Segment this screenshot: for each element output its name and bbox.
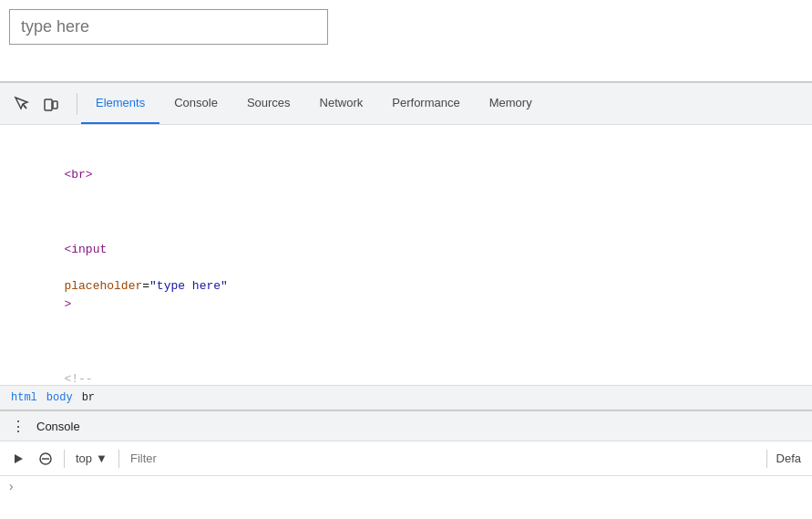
devtools-panel: Elements Console Sources Network Perform… <box>0 82 812 519</box>
dom-line-input[interactable]: <input placeholder="type here" > <box>0 203 812 333</box>
svg-rect-1 <box>45 99 52 110</box>
devtools-tabs: Elements Console Sources Network Perform… <box>81 83 547 124</box>
console-filter-input[interactable] <box>127 450 761 467</box>
breadcrumb-html[interactable]: html <box>7 389 41 406</box>
drawer-menu-button[interactable]: ⋮ <box>7 415 29 437</box>
execute-button[interactable] <box>7 448 29 470</box>
tab-performance[interactable]: Performance <box>377 83 474 124</box>
context-selector[interactable]: top ▼ <box>72 450 111 467</box>
console-toolbar-divider <box>64 450 65 468</box>
device-icon <box>43 96 59 112</box>
svg-marker-3 <box>15 454 23 463</box>
elements-panel: <br> <input placeholder="type here" > <!… <box>0 125 812 410</box>
context-value: top <box>76 452 92 465</box>
svg-rect-2 <box>53 101 57 109</box>
breadcrumb: html body br <box>0 385 812 410</box>
dom-line-br[interactable]: <br> <box>0 129 812 203</box>
console-drawer-title: Console <box>36 420 80 433</box>
console-prompt: › <box>7 480 15 494</box>
svg-line-0 <box>23 104 26 109</box>
breadcrumb-body[interactable]: body <box>43 389 77 406</box>
dom-line-comment[interactable]: <!-- <box>0 333 812 385</box>
filter-right-divider <box>766 450 767 468</box>
tab-console[interactable]: Console <box>159 83 232 124</box>
webpage-input[interactable] <box>9 9 328 45</box>
execute-icon <box>11 452 26 466</box>
toolbar-divider <box>77 93 77 115</box>
webpage-area <box>0 0 812 82</box>
device-toolbar-button[interactable] <box>38 91 64 117</box>
devtools-toolbar: Elements Console Sources Network Perform… <box>0 83 812 125</box>
clear-icon <box>38 452 53 466</box>
filter-divider <box>118 450 119 468</box>
tab-network[interactable]: Network <box>305 83 378 124</box>
console-drawer-header: ⋮ Console <box>0 411 812 441</box>
console-chevron-icon[interactable]: › <box>7 480 15 494</box>
inspect-element-button[interactable] <box>9 91 35 117</box>
breadcrumb-br[interactable]: br <box>78 389 98 406</box>
default-levels-label: Defa <box>773 452 805 465</box>
context-dropdown-icon: ▼ <box>96 452 108 465</box>
toolbar-icons <box>4 91 69 117</box>
tab-elements[interactable]: Elements <box>81 83 159 124</box>
tab-memory[interactable]: Memory <box>475 83 547 124</box>
console-toolbar: top ▼ Defa <box>0 441 812 476</box>
inspect-icon <box>14 96 30 112</box>
console-drawer: ⋮ Console top ▼ <box>0 410 812 519</box>
console-content: › <box>0 476 812 519</box>
tab-sources[interactable]: Sources <box>232 83 305 124</box>
dom-tree: <br> <input placeholder="type here" > <!… <box>0 125 812 385</box>
clear-console-button[interactable] <box>35 448 57 470</box>
